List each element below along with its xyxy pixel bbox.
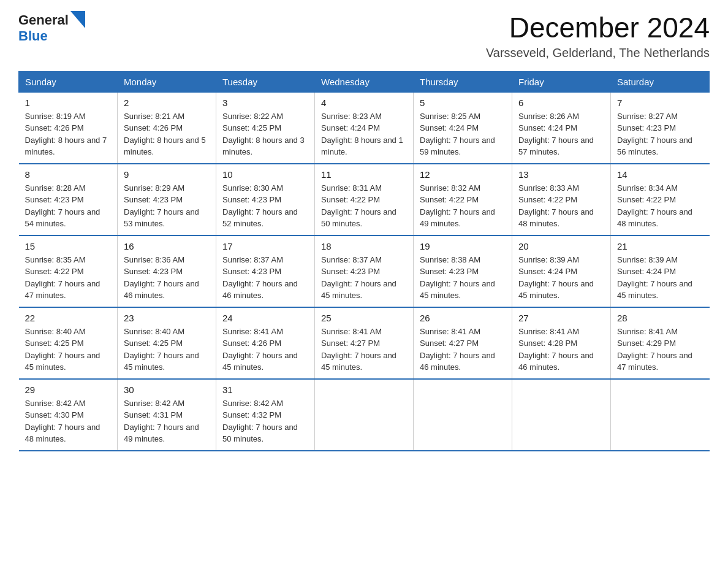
day-detail: Sunrise: 8:41 AM Sunset: 4:28 PM Dayligh… [518,326,604,373]
day-detail: Sunrise: 8:34 AM Sunset: 4:22 PM Dayligh… [617,182,703,230]
day-number: 17 [222,241,308,251]
calendar-cell: 20 Sunrise: 8:39 AM Sunset: 4:24 PM Dayl… [512,236,611,307]
calendar-cell: 1 Sunrise: 8:19 AM Sunset: 4:26 PM Dayli… [19,92,118,164]
calendar-cell: 16 Sunrise: 8:36 AM Sunset: 4:23 PM Dayl… [118,236,216,307]
header-friday: Friday [512,71,611,92]
day-detail: Sunrise: 8:38 AM Sunset: 4:23 PM Dayligh… [420,254,506,302]
calendar-cell: 7 Sunrise: 8:27 AM Sunset: 4:23 PM Dayli… [611,92,710,164]
day-detail: Sunrise: 8:42 AM Sunset: 4:31 PM Dayligh… [124,397,210,445]
day-detail: Sunrise: 8:39 AM Sunset: 4:24 PM Dayligh… [617,254,703,302]
day-detail: Sunrise: 8:36 AM Sunset: 4:23 PM Dayligh… [124,254,210,302]
calendar-cell [611,379,710,451]
day-number: 12 [420,169,506,180]
logo-general-text: General [18,12,69,28]
day-number: 8 [25,169,112,180]
calendar-cell: 3 Sunrise: 8:22 AM Sunset: 4:25 PM Dayli… [216,92,315,164]
day-number: 19 [420,241,506,251]
calendar-cell: 31 Sunrise: 8:42 AM Sunset: 4:32 PM Dayl… [216,379,315,451]
day-detail: Sunrise: 8:40 AM Sunset: 4:25 PM Dayligh… [124,326,210,373]
day-detail: Sunrise: 8:40 AM Sunset: 4:25 PM Dayligh… [25,326,112,373]
calendar-cell: 18 Sunrise: 8:37 AM Sunset: 4:23 PM Dayl… [315,236,414,307]
calendar-week-row: 8 Sunrise: 8:28 AM Sunset: 4:23 PM Dayli… [19,164,710,236]
header-tuesday: Tuesday [216,71,315,92]
title-block: December 2024 Varsseveld, Gelderland, Th… [486,12,710,60]
calendar-cell [512,379,611,451]
day-number: 30 [124,385,210,395]
day-detail: Sunrise: 8:41 AM Sunset: 4:26 PM Dayligh… [222,326,308,373]
page-header: General Blue December 2024 Varsseveld, G… [18,12,710,60]
day-detail: Sunrise: 8:26 AM Sunset: 4:24 PM Dayligh… [518,110,604,158]
day-number: 29 [25,385,112,395]
day-number: 14 [617,169,703,180]
calendar-week-row: 22 Sunrise: 8:40 AM Sunset: 4:25 PM Dayl… [19,307,710,379]
day-detail: Sunrise: 8:41 AM Sunset: 4:27 PM Dayligh… [420,326,506,373]
day-number: 22 [25,313,112,323]
day-number: 16 [124,241,210,251]
day-detail: Sunrise: 8:33 AM Sunset: 4:22 PM Dayligh… [518,182,604,230]
calendar-cell: 13 Sunrise: 8:33 AM Sunset: 4:22 PM Dayl… [512,164,611,236]
logo-triangle-icon [70,11,85,28]
calendar-cell: 14 Sunrise: 8:34 AM Sunset: 4:22 PM Dayl… [611,164,710,236]
day-detail: Sunrise: 8:37 AM Sunset: 4:23 PM Dayligh… [222,254,308,302]
calendar-cell: 9 Sunrise: 8:29 AM Sunset: 4:23 PM Dayli… [118,164,216,236]
calendar-table: SundayMondayTuesdayWednesdayThursdayFrid… [18,71,710,451]
day-number: 7 [617,98,703,108]
calendar-cell [315,379,414,451]
day-detail: Sunrise: 8:32 AM Sunset: 4:22 PM Dayligh… [420,182,506,230]
day-detail: Sunrise: 8:37 AM Sunset: 4:23 PM Dayligh… [321,254,407,302]
day-detail: Sunrise: 8:21 AM Sunset: 4:26 PM Dayligh… [124,110,210,158]
day-number: 18 [321,241,407,251]
logo: General Blue [18,12,85,44]
day-number: 23 [124,313,210,323]
day-number: 6 [518,98,604,108]
day-number: 3 [222,98,308,108]
calendar-cell: 8 Sunrise: 8:28 AM Sunset: 4:23 PM Dayli… [19,164,118,236]
day-number: 4 [321,98,407,108]
header-wednesday: Wednesday [315,71,414,92]
calendar-cell: 22 Sunrise: 8:40 AM Sunset: 4:25 PM Dayl… [19,307,118,379]
calendar-cell: 4 Sunrise: 8:23 AM Sunset: 4:24 PM Dayli… [315,92,414,164]
day-number: 15 [25,241,112,251]
calendar-week-row: 15 Sunrise: 8:35 AM Sunset: 4:22 PM Dayl… [19,236,710,307]
month-year-title: December 2024 [486,12,710,44]
day-number: 1 [25,98,112,108]
calendar-week-row: 1 Sunrise: 8:19 AM Sunset: 4:26 PM Dayli… [19,92,710,164]
day-number: 25 [321,313,407,323]
day-detail: Sunrise: 8:19 AM Sunset: 4:26 PM Dayligh… [25,110,112,158]
header-saturday: Saturday [611,71,710,92]
calendar-cell: 25 Sunrise: 8:41 AM Sunset: 4:27 PM Dayl… [315,307,414,379]
calendar-cell: 26 Sunrise: 8:41 AM Sunset: 4:27 PM Dayl… [414,307,512,379]
svg-marker-0 [70,11,85,28]
calendar-header-row: SundayMondayTuesdayWednesdayThursdayFrid… [19,71,710,92]
calendar-cell: 6 Sunrise: 8:26 AM Sunset: 4:24 PM Dayli… [512,92,611,164]
day-number: 31 [222,385,308,395]
day-detail: Sunrise: 8:29 AM Sunset: 4:23 PM Dayligh… [124,182,210,230]
day-number: 28 [617,313,703,323]
calendar-cell: 30 Sunrise: 8:42 AM Sunset: 4:31 PM Dayl… [118,379,216,451]
day-detail: Sunrise: 8:42 AM Sunset: 4:32 PM Dayligh… [222,397,308,445]
day-detail: Sunrise: 8:31 AM Sunset: 4:22 PM Dayligh… [321,182,407,230]
calendar-cell: 5 Sunrise: 8:25 AM Sunset: 4:24 PM Dayli… [414,92,512,164]
day-detail: Sunrise: 8:41 AM Sunset: 4:27 PM Dayligh… [321,326,407,373]
day-number: 9 [124,169,210,180]
day-detail: Sunrise: 8:22 AM Sunset: 4:25 PM Dayligh… [222,110,308,158]
calendar-cell [414,379,512,451]
day-number: 2 [124,98,210,108]
calendar-cell: 27 Sunrise: 8:41 AM Sunset: 4:28 PM Dayl… [512,307,611,379]
calendar-cell: 24 Sunrise: 8:41 AM Sunset: 4:26 PM Dayl… [216,307,315,379]
calendar-cell: 23 Sunrise: 8:40 AM Sunset: 4:25 PM Dayl… [118,307,216,379]
calendar-week-row: 29 Sunrise: 8:42 AM Sunset: 4:30 PM Dayl… [19,379,710,451]
logo-blue-text: Blue [18,28,48,44]
day-number: 24 [222,313,308,323]
day-number: 5 [420,98,506,108]
calendar-cell: 21 Sunrise: 8:39 AM Sunset: 4:24 PM Dayl… [611,236,710,307]
day-number: 10 [222,169,308,180]
day-number: 20 [518,241,604,251]
calendar-cell: 12 Sunrise: 8:32 AM Sunset: 4:22 PM Dayl… [414,164,512,236]
day-detail: Sunrise: 8:27 AM Sunset: 4:23 PM Dayligh… [617,110,703,158]
calendar-cell: 28 Sunrise: 8:41 AM Sunset: 4:29 PM Dayl… [611,307,710,379]
location-subtitle: Varsseveld, Gelderland, The Netherlands [486,46,710,60]
day-detail: Sunrise: 8:23 AM Sunset: 4:24 PM Dayligh… [321,110,407,158]
header-thursday: Thursday [414,71,512,92]
calendar-cell: 10 Sunrise: 8:30 AM Sunset: 4:23 PM Dayl… [216,164,315,236]
